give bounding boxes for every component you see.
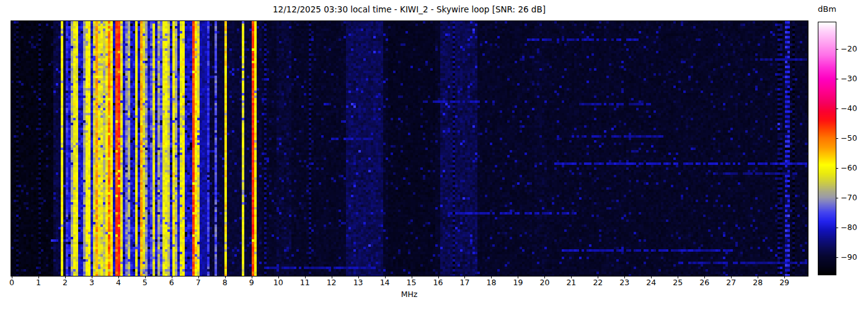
x-tick-label: 28 [748, 278, 767, 287]
x-tick-label: 27 [722, 278, 740, 287]
x-tick-label: 22 [588, 278, 607, 287]
colorbar-canvas [818, 22, 836, 275]
colorbar-tick-label: −20 [841, 44, 866, 53]
x-tick-label: 19 [508, 278, 527, 287]
x-tick-label: 11 [296, 278, 314, 287]
colorbar-tick-mark [836, 228, 838, 228]
x-tick-label: 25 [668, 278, 687, 287]
x-tick-label: 0 [2, 278, 21, 287]
x-tick-label: 23 [615, 278, 634, 287]
colorbar-tick-label: −30 [841, 74, 866, 82]
x-tick-label: 24 [642, 278, 660, 287]
x-tick-label: 4 [109, 278, 128, 287]
x-tick-label: 29 [775, 278, 794, 287]
x-tick-label: 16 [429, 278, 448, 287]
x-tick-label: 3 [82, 278, 101, 287]
colorbar-tick-label: −70 [841, 193, 866, 202]
colorbar [818, 22, 836, 275]
x-tick-label: 7 [189, 278, 208, 287]
spectrogram-plot-area [11, 20, 808, 277]
x-tick-label: 14 [376, 278, 394, 287]
colorbar-tick-label: −60 [841, 163, 866, 172]
x-tick-label: 10 [269, 278, 288, 287]
colorbar-unit-label: dBm [813, 4, 841, 14]
x-axis-label: MHz [11, 290, 807, 299]
x-tick-label: 6 [162, 278, 181, 287]
x-tick-label: 17 [455, 278, 474, 287]
x-tick-label: 2 [56, 278, 74, 287]
x-tick-label: 1 [29, 278, 48, 287]
x-tick-label: 13 [349, 278, 368, 287]
colorbar-tick-mark [836, 79, 838, 79]
colorbar-tick-mark [836, 257, 838, 258]
colorbar-tick-label: −90 [841, 252, 866, 261]
x-tick-label: 5 [136, 278, 154, 287]
x-tick-label: 21 [562, 278, 580, 287]
colorbar-tick-label: −50 [841, 133, 866, 142]
x-tick-label: 26 [695, 278, 714, 287]
colorbar-tick-label: −40 [841, 104, 866, 112]
plot-title: 12/12/2025 03:30 local time - KIWI_2 - S… [11, 4, 807, 14]
colorbar-tick-mark [836, 168, 838, 169]
x-tick-label: 12 [322, 278, 341, 287]
colorbar-tick-mark [836, 198, 838, 198]
spectrum-figure: 12/12/2025 03:30 local time - KIWI_2 - S… [0, 0, 868, 310]
colorbar-tick-mark [836, 49, 838, 50]
colorbar-tick-mark [836, 108, 838, 109]
spectrogram-canvas [11, 21, 808, 276]
x-tick-label: 20 [535, 278, 554, 287]
x-tick-label: 18 [482, 278, 500, 287]
colorbar-tick-mark [836, 138, 838, 139]
x-tick-label: 9 [242, 278, 261, 287]
colorbar-tick-label: −80 [841, 223, 866, 231]
x-tick-label: 15 [402, 278, 421, 287]
x-tick-label: 8 [216, 278, 234, 287]
